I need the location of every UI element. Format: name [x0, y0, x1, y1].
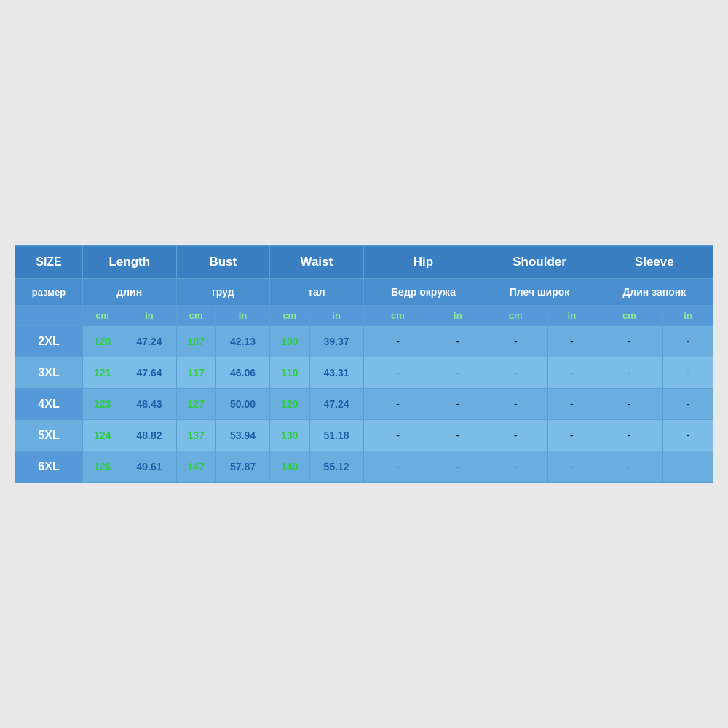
- cell: -: [483, 420, 548, 451]
- cell: 46.06: [215, 357, 269, 389]
- table-row: 4XL12348.4312750.0012047.24------: [15, 389, 713, 420]
- cell: 47.24: [309, 389, 363, 420]
- cell: 5XL: [15, 420, 83, 451]
- cell: 140: [270, 451, 309, 483]
- cell: -: [483, 357, 548, 389]
- table-row: 3XL12147.6411746.0611043.31------: [15, 357, 713, 389]
- unit-bust-cm: cm: [176, 306, 215, 326]
- col-sleeve: Sleeve: [596, 246, 713, 279]
- cell: -: [596, 451, 663, 483]
- cell: 48.82: [122, 420, 176, 451]
- unit-row: cm in cm in cm in cm in cm in cm in: [15, 306, 713, 326]
- col-size: SIZE: [15, 246, 83, 279]
- col-ru-waist: тал: [270, 279, 364, 306]
- cell: -: [596, 326, 663, 357]
- col-ru-size: размер: [15, 279, 83, 306]
- unit-length-in: in: [122, 306, 176, 326]
- cell: -: [663, 326, 713, 357]
- cell: 117: [176, 357, 215, 389]
- cell: -: [363, 357, 432, 389]
- cell: 2XL: [15, 326, 83, 357]
- cell: 120: [82, 326, 122, 357]
- unit-empty: [15, 306, 83, 326]
- unit-length-cm: cm: [82, 306, 122, 326]
- col-ru-sleeve: Длин запонк: [596, 279, 713, 306]
- cell: -: [363, 451, 432, 483]
- cell: -: [432, 389, 483, 420]
- cell: -: [663, 389, 713, 420]
- unit-shoulder-cm: cm: [483, 306, 548, 326]
- col-waist: Waist: [270, 246, 364, 279]
- col-shoulder: Shoulder: [483, 246, 596, 279]
- unit-waist-in: in: [309, 306, 363, 326]
- col-length: Length: [82, 246, 176, 279]
- cell: 50.00: [215, 389, 269, 420]
- cell: 4XL: [15, 389, 83, 420]
- cell: 121: [82, 357, 122, 389]
- cell: -: [548, 420, 596, 451]
- cell: 123: [82, 389, 122, 420]
- cell: 147: [176, 451, 215, 483]
- table-row: 2XL12047.2410742.1310039.37------: [15, 326, 713, 357]
- col-ru-hip: Бедр окружа: [363, 279, 483, 306]
- cell: -: [663, 451, 713, 483]
- cell: 124: [82, 420, 122, 451]
- cell: 126: [82, 451, 122, 483]
- col-ru-bust: груд: [176, 279, 270, 306]
- cell: 55.12: [309, 451, 363, 483]
- col-ru-shoulder: Плеч широк: [483, 279, 596, 306]
- cell: -: [483, 389, 548, 420]
- cell: -: [663, 357, 713, 389]
- cell: -: [596, 420, 663, 451]
- cell: -: [483, 451, 548, 483]
- unit-shoulder-in: in: [548, 306, 596, 326]
- unit-bust-in: in: [215, 306, 269, 326]
- cell: -: [432, 326, 483, 357]
- unit-hip-in: in: [432, 306, 483, 326]
- cell: 49.61: [122, 451, 176, 483]
- cell: 53.94: [215, 420, 269, 451]
- cell: 42.13: [215, 326, 269, 357]
- cell: 57.87: [215, 451, 269, 483]
- cell: 6XL: [15, 451, 83, 483]
- table-body: 2XL12047.2410742.1310039.37------3XL1214…: [15, 326, 713, 483]
- cell: 130: [270, 420, 309, 451]
- col-bust: Bust: [176, 246, 270, 279]
- cell: -: [432, 451, 483, 483]
- cell: 39.37: [309, 326, 363, 357]
- cell: -: [363, 420, 432, 451]
- cell: 127: [176, 389, 215, 420]
- col-ru-length: длин: [82, 279, 176, 306]
- cell: -: [483, 326, 548, 357]
- cell: 47.64: [122, 357, 176, 389]
- cell: 3XL: [15, 357, 83, 389]
- cell: 120: [270, 389, 309, 420]
- cell: -: [596, 389, 663, 420]
- unit-sleeve-in: in: [663, 306, 713, 326]
- cell: -: [432, 357, 483, 389]
- cell: -: [596, 357, 663, 389]
- unit-sleeve-cm: cm: [596, 306, 663, 326]
- cell: 100: [270, 326, 309, 357]
- cell: -: [548, 389, 596, 420]
- cell: -: [548, 357, 596, 389]
- col-hip: Hip: [363, 246, 483, 279]
- cell: 137: [176, 420, 215, 451]
- cell: 48.43: [122, 389, 176, 420]
- table-row: 5XL12448.8213753.9413051.18------: [15, 420, 713, 451]
- cell: -: [548, 326, 596, 357]
- header-row-2: размер длин груд тал Бедр окружа Плеч ши…: [15, 279, 713, 306]
- unit-waist-cm: cm: [270, 306, 309, 326]
- cell: -: [363, 326, 432, 357]
- size-chart-table: SIZE Length Bust Waist Hip Shoulder Slee…: [15, 245, 713, 483]
- size-chart-container: SIZE Length Bust Waist Hip Shoulder Slee…: [15, 245, 713, 483]
- header-row-1: SIZE Length Bust Waist Hip Shoulder Slee…: [15, 246, 713, 279]
- cell: 47.24: [122, 326, 176, 357]
- cell: 110: [270, 357, 309, 389]
- cell: -: [548, 451, 596, 483]
- cell: -: [363, 389, 432, 420]
- cell: 107: [176, 326, 215, 357]
- cell: -: [663, 420, 713, 451]
- cell: 51.18: [309, 420, 363, 451]
- cell: -: [432, 420, 483, 451]
